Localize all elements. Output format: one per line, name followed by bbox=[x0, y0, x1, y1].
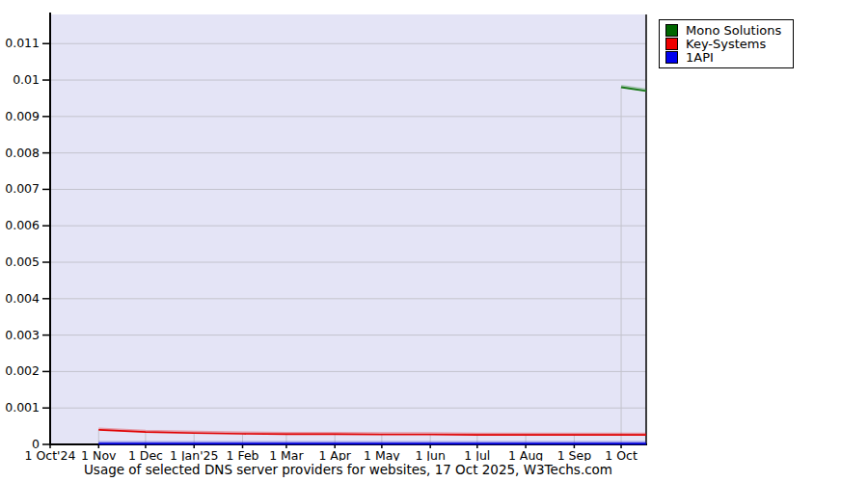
y-tick-label: 0.007 bbox=[5, 181, 40, 196]
legend-item-mono-solutions: Mono Solutions bbox=[665, 24, 781, 37]
plot-area bbox=[50, 14, 646, 444]
y-tick-label: 0.009 bbox=[5, 109, 40, 123]
y-tick-label: 0.008 bbox=[5, 146, 40, 160]
x-tick-label: 1 Jan'25 bbox=[170, 448, 219, 461]
x-tick-label: 1 Dec bbox=[128, 448, 163, 461]
legend-swatch-mono-solutions bbox=[665, 24, 678, 37]
legend-label-1api: 1API bbox=[686, 51, 714, 64]
x-tick-label: 1 Jul bbox=[464, 448, 490, 461]
chart-legend: Mono Solutions Key-Systems 1API bbox=[659, 19, 794, 68]
chart-title: Usage of selected DNS server providers f… bbox=[50, 462, 646, 477]
y-tick-label: 0.011 bbox=[5, 36, 40, 50]
y-tick-label: 0.005 bbox=[5, 254, 40, 269]
legend-label-key-systems: Key-Systems bbox=[686, 38, 766, 50]
legend-swatch-key-systems bbox=[665, 38, 678, 50]
legend-swatch-1api bbox=[665, 51, 678, 64]
x-tick-label: 1 Nov bbox=[81, 448, 117, 461]
x-tick-label: 1 May bbox=[364, 448, 400, 461]
legend-label-mono-solutions: Mono Solutions bbox=[686, 24, 781, 37]
y-tick-label: 0.002 bbox=[5, 363, 40, 378]
legend-item-key-systems: Key-Systems bbox=[665, 38, 781, 50]
x-tick-label: 1 Oct'24 bbox=[25, 448, 76, 461]
x-tick-label: 1 Mar bbox=[269, 448, 304, 461]
x-tick-label: 1 Aug bbox=[508, 448, 543, 461]
y-tick-label: 0.003 bbox=[5, 328, 40, 342]
x-tick-label: 1 Sep bbox=[557, 448, 592, 461]
chart-page: 00.0010.0020.0030.0040.0050.0060.0070.00… bbox=[0, 0, 868, 482]
legend-item-1api: 1API bbox=[665, 51, 781, 64]
y-tick-label: 0.01 bbox=[13, 72, 40, 87]
x-tick-label: 1 Apr bbox=[318, 448, 351, 461]
y-tick-label: 0.001 bbox=[5, 400, 40, 415]
y-tick-label: 0.004 bbox=[5, 291, 40, 306]
dns-usage-trend-chart: 00.0010.0020.0030.0040.0050.0060.0070.00… bbox=[0, 0, 868, 461]
x-tick-label: 1 Oct bbox=[605, 448, 637, 461]
x-tick-label: 1 Feb bbox=[226, 448, 258, 461]
x-tick-label: 1 Jun bbox=[415, 448, 445, 461]
y-tick-label: 0.006 bbox=[5, 218, 40, 232]
